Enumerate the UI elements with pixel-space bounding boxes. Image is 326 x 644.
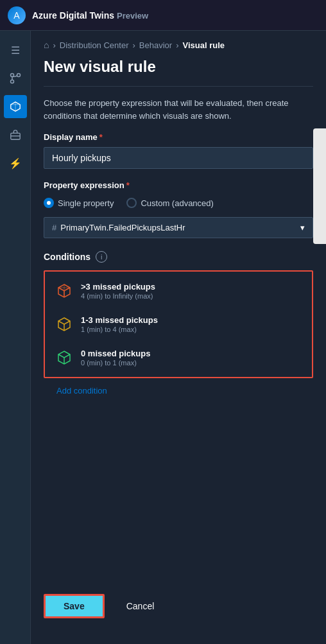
condition-range-red: 4 (min) to Infinity (max): [81, 292, 155, 300]
sidebar-cube-icon[interactable]: [4, 95, 27, 118]
sidebar-branch-icon[interactable]: [4, 67, 27, 90]
svg-point-2: [10, 80, 13, 83]
property-dropdown[interactable]: # PrimaryTwin.FailedPickupsLastHr ▾: [44, 217, 313, 238]
radio-single-property[interactable]: Single property: [44, 198, 114, 208]
sidebar: ☰ ⚡: [0, 31, 31, 644]
condition-item-orange[interactable]: 1-3 missed pickups 1 (min) to 4 (max): [45, 308, 312, 341]
breadcrumb-visual-rule: Visual rule: [182, 40, 225, 50]
conditions-title: Conditions: [44, 252, 90, 262]
dropdown-arrow-icon: ▾: [300, 223, 305, 232]
condition-text-green: 0 missed pickups 0 (min) to 1 (max): [81, 349, 150, 367]
breadcrumb: ⌂ › Distribution Center › Behavior › Vis…: [31, 31, 326, 55]
top-bar: A Azure Digital Twins Preview: [0, 0, 326, 31]
save-button[interactable]: Save: [44, 594, 105, 618]
dropdown-value: PrimaryTwin.FailedPickupsLastHr: [60, 223, 185, 232]
page-title: New visual rule: [31, 55, 326, 86]
display-name-label: Display name *: [44, 132, 313, 142]
condition-name-red: >3 missed pickups: [81, 282, 155, 292]
sidebar-hamburger-icon[interactable]: ☰: [4, 39, 27, 62]
conditions-section: Conditions i: [31, 238, 326, 408]
conditions-info-icon[interactable]: i: [96, 251, 107, 263]
radio-group: Single property Custom (advanced): [44, 198, 313, 208]
breadcrumb-behavior[interactable]: Behavior: [139, 40, 172, 50]
condition-cube-orange-icon: [55, 315, 73, 333]
app-logo: A: [8, 6, 26, 24]
conditions-header: Conditions i: [44, 251, 313, 263]
radio-custom-advanced[interactable]: Custom (advanced): [126, 198, 213, 208]
add-condition-link[interactable]: Add condition: [44, 378, 313, 403]
condition-text-orange: 1-3 missed pickups 1 (min) to 4 (max): [81, 315, 158, 333]
radio-circle-single: [44, 198, 54, 208]
sidebar-lightning-icon[interactable]: ⚡: [4, 152, 27, 175]
condition-item-red[interactable]: >3 missed pickups 4 (min) to Infinity (m…: [45, 274, 312, 308]
condition-cube-red-icon: [55, 282, 73, 300]
sidebar-briefcase-icon[interactable]: [4, 123, 27, 146]
breadcrumb-home-icon[interactable]: ⌂: [44, 40, 49, 50]
condition-item-green[interactable]: 0 missed pickups 0 (min) to 1 (max): [45, 341, 312, 374]
conditions-box: >3 missed pickups 4 (min) to Infinity (m…: [44, 270, 313, 378]
content-spacer: [31, 408, 326, 524]
bottom-buttons: Save Cancel: [31, 581, 181, 631]
condition-name-orange: 1-3 missed pickups: [81, 315, 158, 325]
condition-range-green: 0 (min) to 1 (max): [81, 359, 150, 367]
content-area: ⌂ › Distribution Center › Behavior › Vis…: [31, 31, 326, 644]
main-layout: ☰ ⚡ ⌂ ›: [0, 31, 326, 644]
condition-range-orange: 1 (min) to 4 (max): [81, 326, 158, 333]
display-name-section: Display name *: [31, 132, 326, 169]
app-title: Azure Digital Twins Preview: [32, 10, 148, 21]
radio-circle-custom: [126, 198, 137, 208]
right-panel-hint: [313, 128, 326, 244]
display-name-input[interactable]: [44, 147, 313, 169]
cancel-button[interactable]: Cancel: [112, 596, 169, 616]
condition-cube-green-icon: [55, 349, 73, 367]
property-expression-label: Property expression *: [44, 180, 313, 190]
property-expression-section: Property expression * Single property Cu…: [31, 180, 326, 238]
page-description: Choose the property expression that will…: [31, 87, 326, 132]
dropdown-hash: #: [52, 223, 56, 232]
breadcrumb-distribution-center[interactable]: Distribution Center: [60, 40, 129, 50]
condition-name-green: 0 missed pickups: [81, 349, 150, 358]
condition-text-red: >3 missed pickups 4 (min) to Infinity (m…: [81, 282, 155, 300]
